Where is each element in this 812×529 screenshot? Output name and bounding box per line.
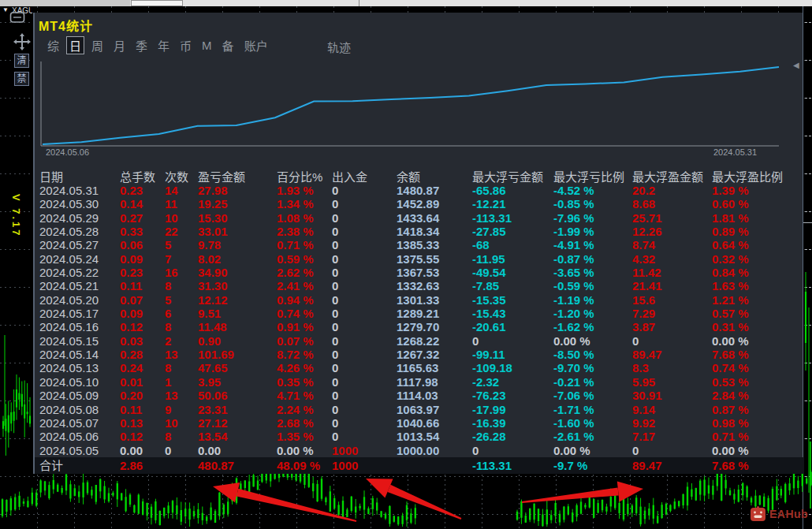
table-cell: 1433.64 xyxy=(397,211,472,225)
table-cell: 0.12 xyxy=(120,320,165,333)
table-cell: 2024.05.09 xyxy=(35,389,120,402)
menu-item-月[interactable]: 月 xyxy=(114,37,125,54)
table-cell: 1279.70 xyxy=(397,320,472,333)
table-cell: 1452.89 xyxy=(397,197,472,210)
table-cell: 0.53 % xyxy=(712,375,804,389)
table-cell: 0.11 xyxy=(120,279,165,292)
table-cell: 4.32 xyxy=(632,252,712,266)
table-cell: 31.30 xyxy=(198,279,277,292)
table-cell: 0.00 % xyxy=(277,444,332,457)
table-cell: 27.12 xyxy=(198,416,277,430)
table-cell: 2024.05.22 xyxy=(35,266,120,279)
table-cell: -9.70 % xyxy=(553,361,632,374)
table-cell: -0.85 % xyxy=(553,197,632,210)
table-cell: 8.3 xyxy=(632,361,712,374)
table-cell: 2024.05.08 xyxy=(35,403,120,416)
table-cell: 0.24 xyxy=(120,361,165,374)
table-cell: 0.84 % xyxy=(712,266,804,279)
table-cell: 0.09 xyxy=(120,252,165,266)
table-cell: 7.17 xyxy=(632,430,712,443)
mt4-stats-panel: MT4统计 综日周月季年币M备账户 轨迹 2024.05.06 2024.05.… xyxy=(33,13,803,474)
table-header-row: 日期总手数次数盈亏金额百分比%出入金余额最大浮亏金额最大浮亏比例最大浮盈金额最大… xyxy=(35,168,804,184)
table-cell: 47.65 xyxy=(198,361,277,374)
table-cell: -17.99 xyxy=(472,403,553,416)
table-row: 2024.05.130.24847.654.26 %01165.63-109.1… xyxy=(35,361,804,374)
equity-curve-chart xyxy=(35,56,804,158)
table-cell: 7 xyxy=(165,252,198,266)
table-cell: 1040.66 xyxy=(397,416,472,430)
table-cell: 0.35 % xyxy=(277,375,332,389)
table-cell: 1000.00 xyxy=(397,444,472,457)
scroll-left-icon[interactable]: ◀ xyxy=(793,61,799,69)
table-cell: 0.03 xyxy=(120,334,165,348)
table-cell: 3.95 xyxy=(198,375,277,389)
table-cell: 1.93 % xyxy=(277,184,332,197)
table-cell: 4.71 % xyxy=(277,389,332,402)
table-cell: 1289.21 xyxy=(397,307,472,320)
table-cell: 15.6 xyxy=(632,293,712,307)
table-cell: -7.85 xyxy=(472,279,553,292)
table-row: 2024.05.050.0000.000.00 %10001000.0000.0… xyxy=(35,444,804,457)
table-cell: 2024.05.27 xyxy=(35,238,120,251)
table-cell: 34.90 xyxy=(198,266,277,279)
table-cell: 1114.03 xyxy=(397,389,472,402)
menu-item-备[interactable]: 备 xyxy=(222,37,234,54)
table-cell: 0 xyxy=(332,266,397,279)
table-cell: 0.06 xyxy=(120,238,165,251)
table-row: 2024.05.200.07512.120.94 %01301.33-15.35… xyxy=(35,293,804,307)
table-cell: 0.00 % xyxy=(712,444,804,457)
table-cell: 13 xyxy=(165,348,198,361)
table-cell: 0.74 % xyxy=(712,361,804,374)
menu-item-日[interactable]: 日 xyxy=(66,36,84,54)
table-cell: 2024.05.06 xyxy=(35,430,120,443)
table-cell: 2.41 % xyxy=(277,279,332,292)
table-cell: 9.51 xyxy=(198,307,277,320)
table-cell: 0 xyxy=(332,184,397,197)
table-cell: -11.95 xyxy=(472,252,553,266)
table-cell: 0 xyxy=(332,211,397,225)
table-cell: -12.21 xyxy=(472,197,553,210)
table-cell: 23.31 xyxy=(198,403,277,416)
table-cell: 27.98 xyxy=(198,184,277,197)
table-row: 2024.05.170.0969.510.74 %01289.21-15.43-… xyxy=(35,307,804,320)
table-row: 2024.05.310.231427.981.93 %01480.87-65.8… xyxy=(35,184,804,197)
table-cell: 9.78 xyxy=(198,238,277,251)
table-cell: 0.07 % xyxy=(277,334,332,348)
menu-item-季[interactable]: 季 xyxy=(136,37,147,54)
table-cell: 0 xyxy=(332,348,397,361)
menu-item-账户[interactable]: 账户 xyxy=(244,37,268,54)
table-cell: 0 xyxy=(332,293,397,307)
table-cell: 0.14 xyxy=(120,197,165,210)
table-cell: 1117.98 xyxy=(397,375,472,389)
menu-item-周[interactable]: 周 xyxy=(91,37,103,54)
menu-item-综[interactable]: 综 xyxy=(47,37,59,54)
menu-item-track[interactable]: 轨迹 xyxy=(327,39,351,55)
menu-item-M[interactable]: M xyxy=(202,39,212,52)
table-cell: 3.87 xyxy=(632,320,712,333)
total-cell: -9.7 % xyxy=(553,457,632,474)
table-cell: 12.12 xyxy=(198,293,277,307)
eahub-logo-text: EAHub xyxy=(769,508,808,520)
table-cell: 0.60 % xyxy=(712,197,804,210)
menu-item-币[interactable]: 币 xyxy=(180,37,192,54)
total-cell xyxy=(165,457,198,474)
table-cell: 1.81 % xyxy=(712,211,804,225)
table-cell: -8.50 % xyxy=(553,348,632,361)
table-cell: 0 xyxy=(332,416,397,430)
table-cell: 1301.33 xyxy=(397,293,472,307)
table-cell: 30.91 xyxy=(632,389,712,402)
table-cell: 0 xyxy=(472,444,553,457)
table-cell: -15.43 xyxy=(472,307,553,320)
menu-item-年[interactable]: 年 xyxy=(158,37,169,54)
table-cell: 10 xyxy=(165,211,198,225)
table-row: 2024.05.280.332233.012.38 %01418.34-27.8… xyxy=(35,225,804,238)
table-row: 2024.05.100.0113.950.35 %01117.98-2.32-0… xyxy=(35,375,804,389)
panel-title: MT4统计 xyxy=(39,16,93,35)
table-cell: 2024.05.24 xyxy=(35,252,120,266)
table-cell: 0.00 xyxy=(120,444,165,457)
table-cell: -2.61 % xyxy=(553,430,632,443)
column-header: 最大浮亏比例 xyxy=(553,168,632,184)
table-cell: -1.60 % xyxy=(553,416,632,430)
table-cell: 0 xyxy=(332,361,397,374)
table-cell: 9 xyxy=(165,403,198,416)
